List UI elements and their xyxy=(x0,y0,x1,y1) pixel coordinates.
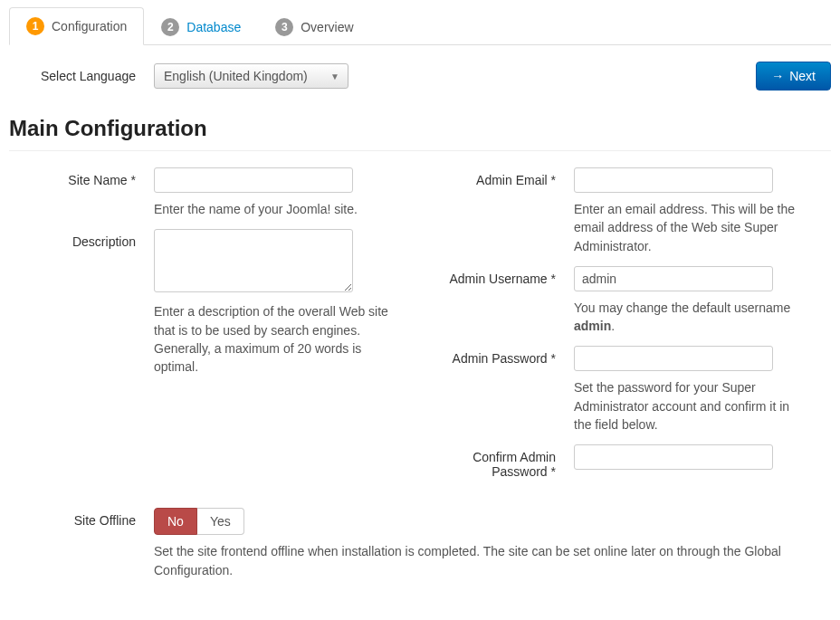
form-right-column: Admin Email * Enter an email address. Th… xyxy=(429,167,831,490)
toolbar: Select Language English (United Kingdom)… xyxy=(9,45,831,100)
next-button[interactable]: → Next xyxy=(756,62,831,91)
heading-divider xyxy=(9,150,831,151)
admin-email-help: Enter an email address. This will be the… xyxy=(574,200,809,255)
form-left-column: Site Name * Enter the name of your Jooml… xyxy=(9,167,411,490)
site-offline-toggle: No Yes xyxy=(154,508,244,535)
tab-label-configuration: Configuration xyxy=(52,19,127,33)
site-name-label: Site Name * xyxy=(9,167,154,218)
tab-overview[interactable]: 3 Overview xyxy=(258,7,370,45)
confirm-password-input[interactable] xyxy=(574,444,773,470)
admin-password-label: Admin Password * xyxy=(429,346,574,434)
arrow-right-icon: → xyxy=(771,69,784,83)
admin-email-label: Admin Email * xyxy=(429,167,574,255)
site-offline-label: Site Offline xyxy=(9,508,154,579)
page-title: Main Configuration xyxy=(9,116,831,141)
site-offline-row: Site Offline No Yes Set the site fronten… xyxy=(9,508,831,579)
site-name-help: Enter the name of your Joomla! site. xyxy=(154,200,389,218)
confirm-password-label: Confirm Admin Password * xyxy=(429,444,574,479)
select-language-label: Select Language xyxy=(9,69,154,83)
admin-username-help: You may change the default username admi… xyxy=(574,299,809,336)
admin-email-input[interactable] xyxy=(574,167,773,193)
description-textarea[interactable] xyxy=(154,229,353,292)
admin-username-label: Admin Username * xyxy=(429,266,574,336)
admin-username-input[interactable] xyxy=(574,266,773,291)
tab-badge-3: 3 xyxy=(275,18,293,36)
tab-badge-2: 2 xyxy=(161,18,179,36)
tab-database[interactable]: 2 Database xyxy=(144,7,258,45)
site-name-input[interactable] xyxy=(154,167,353,193)
language-select[interactable]: English (United Kingdom) xyxy=(154,63,348,89)
tab-label-overview: Overview xyxy=(301,20,353,34)
offline-no-button[interactable]: No xyxy=(154,508,197,535)
site-offline-help: Set the site frontend offline when insta… xyxy=(154,542,831,579)
admin-password-help: Set the password for your Super Administ… xyxy=(574,378,809,434)
tab-badge-1: 1 xyxy=(26,17,44,35)
next-button-label: Next xyxy=(789,69,816,83)
language-select-wrap: English (United Kingdom) ▼ xyxy=(154,63,348,89)
description-help: Enter a description of the overall Web s… xyxy=(154,302,389,376)
admin-password-input[interactable] xyxy=(574,346,773,371)
config-form: Site Name * Enter the name of your Jooml… xyxy=(9,167,831,490)
install-tabs: 1 Configuration 2 Database 3 Overview xyxy=(9,7,831,45)
offline-yes-button[interactable]: Yes xyxy=(197,508,244,535)
description-label: Description xyxy=(9,229,154,376)
tab-configuration[interactable]: 1 Configuration xyxy=(9,7,144,45)
tab-label-database: Database xyxy=(186,20,241,34)
